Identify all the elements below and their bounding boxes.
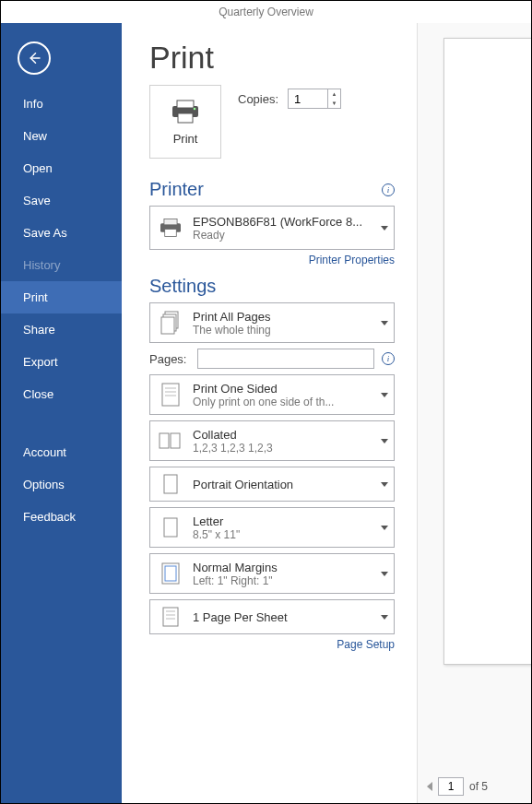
svg-rect-11 [162,384,179,406]
svg-rect-7 [165,230,177,237]
chevron-down-icon [381,226,388,231]
pages-per-sheet-select[interactable]: 1 Page Per Sheet [149,599,395,634]
back-arrow-icon [26,50,42,66]
svg-rect-10 [161,317,174,334]
orientation-line1: Portrait Orientation [193,478,368,491]
pages-stack-icon [158,311,183,335]
print-preview-pane: of 5 [417,23,531,803]
sidebar-item-save[interactable]: Save [1,184,122,217]
svg-rect-16 [171,433,180,448]
page-setup-link[interactable]: Page Setup [149,638,395,651]
preview-page-total: of 5 [469,780,488,793]
svg-rect-15 [160,433,169,448]
svg-rect-21 [163,608,178,626]
svg-rect-2 [177,100,194,108]
orientation-select[interactable]: Portrait Orientation [149,467,395,502]
sides-select[interactable]: Print One Sided Only print on one side o… [149,374,395,415]
sidebar-item-history[interactable]: History [1,249,122,281]
print-range-select[interactable]: Print All Pages The whole thing [149,302,395,343]
copies-down-icon[interactable]: ▼ [328,99,340,108]
preview-page-input[interactable] [438,777,464,796]
chevron-down-icon [381,615,388,620]
chevron-down-icon [381,572,388,576]
preview-page-sheet [443,38,531,665]
sidebar-item-new[interactable]: New [1,120,122,152]
settings-heading: Settings [149,276,216,297]
printer-status: Ready [193,229,368,242]
collate-select[interactable]: Collated 1,2,3 1,2,3 1,2,3 [149,420,395,461]
svg-rect-17 [164,475,177,493]
title-bar: Quarterly Overview [1,1,531,23]
sidebar-item-share[interactable]: Share [1,313,122,346]
sidebar-item-saveas[interactable]: Save As [1,217,122,249]
one-sided-icon [158,383,183,407]
print-range-line1: Print All Pages [193,310,368,324]
page-title: Print [149,40,395,76]
sidebar-item-export[interactable]: Export [1,346,122,378]
portrait-icon [158,474,183,494]
sidebar-item-feedback[interactable]: Feedback [1,501,122,533]
sidebar-item-open[interactable]: Open [1,152,122,184]
per-sheet-line1: 1 Page Per Sheet [193,610,368,624]
printer-name: EPSONB86F81 (WorkForce 8... [193,215,368,229]
margins-select[interactable]: Normal Margins Left: 1" Right: 1" [149,553,395,594]
paper-icon [158,517,183,538]
svg-rect-3 [178,113,193,123]
chevron-down-icon [381,393,388,397]
sidebar-item-close[interactable]: Close [1,378,122,410]
chevron-down-icon [381,321,388,325]
svg-rect-18 [164,518,177,537]
printer-icon [170,99,201,124]
collate-line1: Collated [193,428,368,442]
sidebar-item-print[interactable]: Print [1,281,122,313]
printer-properties-link[interactable]: Printer Properties [149,254,395,266]
chevron-down-icon [381,526,388,530]
paper-line2: 8.5" x 11" [193,528,368,541]
pages-label: Pages: [149,352,190,366]
sides-line2: Only print on one side of th... [193,396,368,408]
sides-line1: Print One Sided [193,382,368,396]
copies-spinner[interactable]: ▲ ▼ [288,89,341,109]
svg-rect-6 [164,219,177,225]
back-button[interactable] [18,41,51,75]
margins-icon [158,562,183,585]
svg-point-4 [194,107,196,110]
print-range-line2: The whole thing [193,324,368,337]
chevron-down-icon [381,439,388,443]
printer-heading: Printer [149,179,204,200]
backstage-sidebar: Info New Open Save Save As History Print… [1,23,122,803]
prev-page-icon[interactable] [427,782,432,791]
collate-icon [158,431,183,451]
paper-size-select[interactable]: Letter 8.5" x 11" [149,507,395,548]
copies-up-icon[interactable]: ▲ [328,89,340,99]
margins-line2: Left: 1" Right: 1" [193,574,368,587]
copies-input[interactable] [289,89,327,108]
print-button[interactable]: Print [149,85,221,159]
sidebar-item-options[interactable]: Options [1,468,122,501]
chevron-down-icon [381,482,388,487]
pages-info-icon[interactable]: i [382,352,395,365]
sidebar-item-account[interactable]: Account [1,436,122,468]
margins-line1: Normal Margins [193,561,368,574]
printer-device-icon [158,218,183,238]
pages-input[interactable] [197,349,374,369]
print-button-label: Print [173,132,198,146]
printer-info-icon[interactable]: i [382,183,395,196]
sidebar-item-info[interactable]: Info [1,88,122,120]
per-sheet-icon [158,607,183,627]
printer-select[interactable]: EPSONB86F81 (WorkForce 8... Ready [149,206,395,250]
paper-line1: Letter [193,514,368,528]
collate-line2: 1,2,3 1,2,3 1,2,3 [193,442,368,455]
copies-label: Copies: [238,92,278,106]
